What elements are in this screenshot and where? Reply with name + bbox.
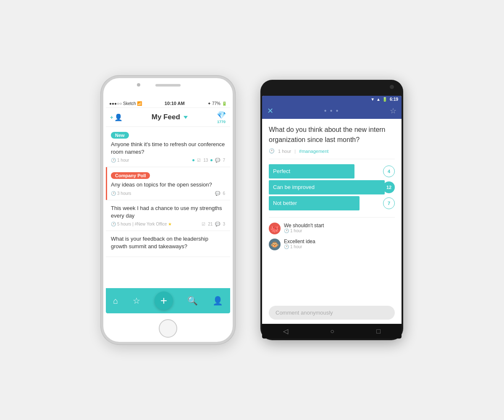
navbar-title-area: My Feed <box>152 113 188 121</box>
comment-icon-3: 💬 <box>215 222 220 226</box>
comment-text-1: We shouldn't start <box>284 223 324 228</box>
tab-favorites[interactable]: ☆ <box>133 296 140 306</box>
tab-add[interactable]: + <box>155 291 173 310</box>
android-screen: ▼ ▲ 🔋 6:19 ✕ • • • ☆ What do you think a… <box>262 96 402 339</box>
clock-icon-android: 🕐 <box>269 148 275 154</box>
bookmark-icon[interactable]: ☆ <box>390 106 396 116</box>
tab-profile[interactable]: 👤 <box>213 296 223 306</box>
battery-icon: 🔋 <box>222 101 227 106</box>
feed-meta-left-3: 🕐 5 hours | #New York Office ★ <box>111 222 172 226</box>
comment-body-1: We shouldn't start 🕐 1 hour <box>284 223 324 233</box>
poll-count-improved: 12 <box>383 181 395 193</box>
dot-icon-1 <box>192 159 194 161</box>
poll-row-improved[interactable]: Can be improved 12 <box>269 180 395 194</box>
gem-button[interactable]: 💎 1770 <box>217 110 226 124</box>
feed-meta-right-3: ☑ 21 💬 3 <box>202 222 225 226</box>
carrier-text: ●●●○○ Sketch <box>109 101 136 106</box>
star-icon-tab: ☆ <box>133 296 140 306</box>
feed-meta-1: 🕐 1 hour ☑ 13 💬 7 <box>111 158 225 163</box>
dot-icon-2 <box>210 159 213 161</box>
navbar-chevron-icon[interactable] <box>184 116 188 119</box>
poll-count-notbetter: 7 <box>383 197 395 209</box>
home-button[interactable]: ○ <box>330 328 334 335</box>
android-meta: 🕐 1 hour | #management <box>269 148 395 159</box>
tab-search[interactable]: 🔍 <box>187 296 198 306</box>
feed-title-1: Anyone think it's time to refresh our co… <box>111 141 225 156</box>
close-icon[interactable]: ✕ <box>267 106 273 116</box>
iphone-device: ●●●○○ Sketch 📶 10:10 AM ✦ 77% 🔋 + 👤 My F… <box>101 76 235 344</box>
recents-button[interactable]: □ <box>376 328 381 335</box>
home-icon: ⌂ <box>113 296 118 306</box>
comment-icon-1: 💬 <box>215 158 220 163</box>
comment-time-1: 🕐 1 hour <box>284 228 324 233</box>
poll-label-notbetter: Not better <box>269 196 301 210</box>
iphone-home-button[interactable] <box>159 319 177 338</box>
android-question: What do you think about the new intern o… <box>269 125 395 145</box>
feed-badge-new: New <box>111 132 129 139</box>
clock-icon-2: 🕐 <box>111 191 116 196</box>
feed-meta-right-2: 💬 6 <box>215 191 225 196</box>
battery-text: 77% <box>212 101 220 106</box>
clock-icon-c1: 🕐 <box>284 228 289 233</box>
comment-icon-2: 💬 <box>215 191 220 196</box>
poll-count-perfect: 4 <box>383 165 395 177</box>
feed-item-1[interactable]: New Anyone think it's time to refresh ou… <box>106 127 230 167</box>
clock-icon-1: 🕐 <box>111 158 116 163</box>
feed-time-3: 5 hours <box>117 222 131 226</box>
comment-text-2: Excellent idea <box>284 239 315 244</box>
check-count-3: 21 <box>208 222 213 226</box>
clock-icon-3: 🕐 <box>111 222 116 226</box>
statusbar-left: ●●●○○ Sketch 📶 <box>109 101 142 106</box>
ios-statusbar: ●●●○○ Sketch 📶 10:10 AM ✦ 77% 🔋 <box>106 99 230 108</box>
feed-tag-3: | #New York Office <box>132 222 167 226</box>
search-icon: 🔍 <box>187 296 198 306</box>
android-content: What do you think about the new intern o… <box>262 119 402 302</box>
ios-feed: New Anyone think it's time to refresh ou… <box>106 127 230 288</box>
overflow-menu-icon[interactable]: • • • <box>324 107 339 115</box>
poll-row-notbetter[interactable]: Not better 7 <box>269 196 395 210</box>
feed-item-4[interactable]: What is your feedback on the leadership … <box>106 231 230 257</box>
person-icon: 👤 <box>114 113 123 121</box>
navbar-title: My Feed <box>152 113 180 121</box>
android-camera <box>390 85 394 89</box>
profile-icon: 👤 <box>213 296 223 306</box>
add-person-button[interactable]: + 👤 <box>110 113 123 121</box>
statusbar-right: ✦ 77% 🔋 <box>207 101 227 106</box>
wifi-icon: 📶 <box>137 101 142 106</box>
feed-meta-left-2: 🕐 3 hours <box>111 191 131 196</box>
ios-tabbar: ⌂ ☆ + 🔍 👤 <box>106 288 230 313</box>
check-icon-1: ☑ <box>197 158 201 163</box>
back-button[interactable]: ◁ <box>283 327 288 335</box>
android-toolbar: ✕ • • • ☆ <box>262 103 402 119</box>
feed-time-1: 1 hour <box>117 158 129 163</box>
ios-navbar: + 👤 My Feed 💎 1770 <box>106 108 230 127</box>
clock-icon-c2: 🕐 <box>284 244 289 249</box>
comment-count-1: 7 <box>223 158 225 163</box>
comment-count-2: 6 <box>223 191 225 196</box>
poll-container: Perfect 4 Can be improved 12 Not better … <box>269 164 395 218</box>
feed-title-4: What is your feedback on the leadership … <box>111 235 225 250</box>
iphone-screen: ●●●○○ Sketch 📶 10:10 AM ✦ 77% 🔋 + 👤 My F… <box>106 99 230 313</box>
wifi-icon-android: ▼ <box>370 97 375 102</box>
feed-meta-left-1: 🕐 1 hour <box>111 158 129 163</box>
poll-row-perfect[interactable]: Perfect 4 <box>269 164 395 178</box>
feed-item-2[interactable]: Company Poll Any ideas on topics for the… <box>106 167 230 200</box>
iphone-speaker <box>155 84 181 87</box>
comment-item-2: 🐵 Excellent idea 🕐 1 hour <box>269 239 395 250</box>
iphone-camera <box>137 83 140 87</box>
tab-home[interactable]: ⌂ <box>113 296 118 306</box>
check-icon-3: ☑ <box>202 222 205 226</box>
comment-input[interactable]: Comment anonymously <box>269 306 395 320</box>
bluetooth-icon: ✦ <box>207 101 211 106</box>
android-device: ▼ ▲ 🔋 6:19 ✕ • • • ☆ What do you think a… <box>260 80 403 340</box>
poll-label-improved: Can be improved <box>269 180 319 194</box>
signal-icon-android: ▲ <box>376 97 381 102</box>
feed-item-3[interactable]: This week I had a chance to use my stren… <box>106 200 230 231</box>
android-statusbar: ▼ ▲ 🔋 6:19 <box>262 96 402 103</box>
gem-count: 1770 <box>217 120 226 124</box>
plus-icon: + <box>110 114 113 121</box>
star-icon-3: ★ <box>168 222 172 226</box>
android-time: 1 hour <box>278 149 291 154</box>
feed-title-3: This week I had a chance to use my stren… <box>111 205 225 220</box>
plus-icon-tab: + <box>160 295 167 307</box>
